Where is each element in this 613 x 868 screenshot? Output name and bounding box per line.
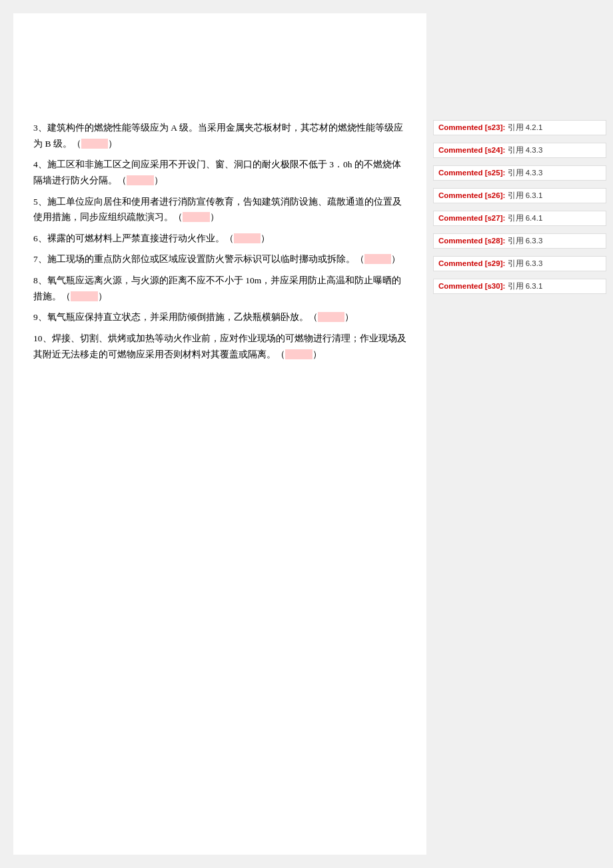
bracket-3: [81, 139, 109, 149]
bracket-10: [285, 349, 312, 359]
comment-box-s28[interactable]: Commented [s28]: 引用 6.3.3: [433, 233, 606, 249]
bracket-5: [183, 212, 210, 222]
comment-s26: Commented [s26]: 引用 6.3.1: [433, 188, 606, 207]
comment-s27: Commented [s27]: 引用 6.4.1: [433, 211, 606, 230]
paragraph-9: 9、氧气瓶应保持直立状态，并采用防倾倒措施，乙炔瓶横躺卧放。（ ）: [33, 309, 406, 325]
paragraph-7: 7、施工现场的重点防火部位或区域应设置防火警示标识可以临时挪动或拆除。（ ）: [33, 251, 406, 267]
comment-text-s25: 引用 4.3.3: [508, 169, 543, 177]
paragraph-4: 4、施工区和非施工区之间应采用不开设门、窗、洞口的耐火极限不低于 3．0h 的不…: [33, 157, 406, 188]
comment-text-s27: 引用 6.4.1: [508, 214, 543, 222]
sidebar: Commented [s23]: 引用 4.2.1 Commented [s24…: [426, 13, 613, 855]
bracket-8: [71, 291, 98, 301]
comment-s28: Commented [s28]: 引用 6.3.3: [433, 233, 606, 253]
comments-panel: Commented [s23]: 引用 4.2.1 Commented [s24…: [433, 120, 606, 301]
comment-box-s30[interactable]: Commented [s30]: 引用 6.3.1: [433, 279, 606, 294]
comment-box-s29[interactable]: Commented [s29]: 引用 6.3.3: [433, 256, 606, 271]
comment-s23: Commented [s23]: 引用 4.2.1: [433, 120, 606, 139]
comment-label-s29: Commented [s29]:: [438, 259, 505, 267]
page-container: 3、建筑构件的燃烧性能等级应为 A 级。当采用金属夹芯板材时，其芯材的燃烧性能等…: [0, 0, 613, 868]
comment-text-s23: 引用 4.2.1: [508, 123, 543, 131]
comment-text-s28: 引用 6.3.3: [508, 237, 543, 245]
comment-box-s24[interactable]: Commented [s24]: 引用 4.3.3: [433, 143, 606, 158]
comment-s29: Commented [s29]: 引用 6.3.3: [433, 256, 606, 275]
comment-label-s26: Commented [s26]:: [438, 191, 505, 199]
comment-s25: Commented [s25]: 引用 4.3.3: [433, 165, 606, 185]
comment-label-s23: Commented [s23]:: [438, 123, 505, 131]
comment-text-s30: 引用 6.3.1: [508, 282, 543, 290]
bracket-4: [127, 175, 154, 185]
comment-label-s28: Commented [s28]:: [438, 237, 505, 245]
comment-label-s24: Commented [s24]:: [438, 146, 505, 154]
main-content: 3、建筑构件的燃烧性能等级应为 A 级。当采用金属夹芯板材时，其芯材的燃烧性能等…: [13, 13, 426, 855]
comment-box-s26[interactable]: Commented [s26]: 引用 6.3.1: [433, 188, 606, 203]
paragraph-6: 6、裸露的可燃材料上严禁直接进行动火作业。（ ）: [33, 231, 406, 247]
comment-box-s23[interactable]: Commented [s23]: 引用 4.2.1: [433, 120, 606, 135]
paragraph-10: 10、焊接、切割、烘烤或加热等动火作业前，应对作业现场的可燃物进行清理；作业现场…: [33, 331, 406, 362]
comment-s24: Commented [s24]: 引用 4.3.3: [433, 143, 606, 162]
bracket-7: [364, 254, 392, 264]
paragraph-8: 8、氧气瓶应远离火源，与火源的距离不应不不小于 10m，并应采用防止高温和防止曝…: [33, 273, 406, 304]
comment-label-s30: Commented [s30]:: [438, 282, 505, 290]
comment-text-s26: 引用 6.3.1: [508, 191, 543, 199]
paragraph-5: 5、施工单位应向居住和使用者进行消防宣传教育，告知建筑消防设施、疏散通道的位置及…: [33, 194, 406, 225]
comment-box-s27[interactable]: Commented [s27]: 引用 6.4.1: [433, 211, 606, 226]
bracket-6: [234, 233, 261, 243]
comment-label-s25: Commented [s25]:: [438, 169, 505, 177]
comment-text-s29: 引用 6.3.3: [508, 259, 543, 267]
comment-label-s27: Commented [s27]:: [438, 214, 505, 222]
paragraph-3: 3、建筑构件的燃烧性能等级应为 A 级。当采用金属夹芯板材时，其芯材的燃烧性能等…: [33, 120, 406, 151]
comment-text-s24: 引用 4.3.3: [508, 146, 543, 154]
bracket-9: [318, 312, 345, 322]
comment-s30: Commented [s30]: 引用 6.3.1: [433, 279, 606, 298]
comment-box-s25[interactable]: Commented [s25]: 引用 4.3.3: [433, 165, 606, 181]
